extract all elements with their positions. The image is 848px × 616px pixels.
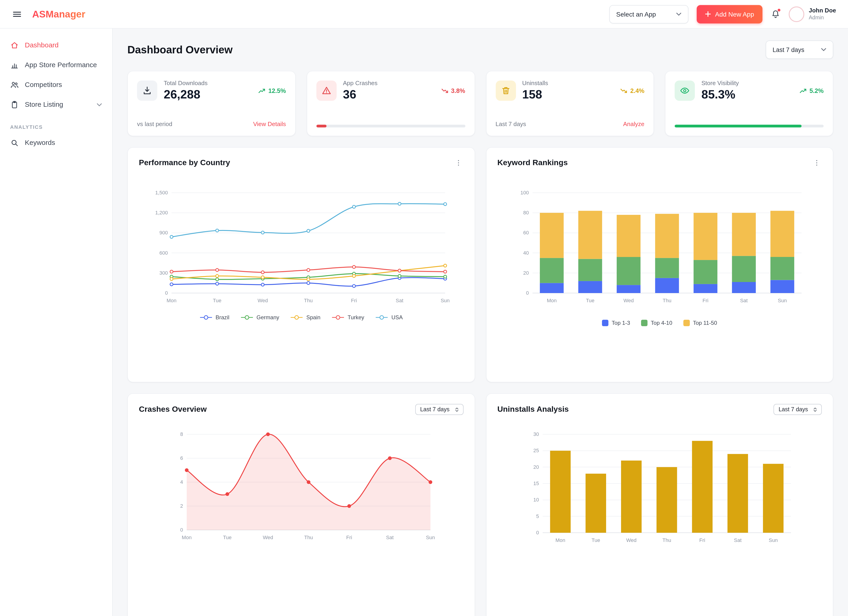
plus-icon — [705, 11, 711, 17]
stat-value: 26,288 — [164, 88, 208, 102]
user-menu[interactable]: John Doe Admin — [789, 6, 836, 22]
sidebar-section-analytics: ANALYTICS — [10, 124, 102, 130]
date-range-select[interactable]: Last 7 days — [766, 40, 833, 59]
svg-text:30: 30 — [534, 431, 539, 437]
legend-item[interactable]: USA — [375, 314, 403, 321]
legend-swatch — [683, 320, 690, 326]
keyword-rankings-card: Keyword Rankings 020406080100MonTueWedTh… — [486, 147, 833, 382]
stats-row: Total Downloads 26,288 12.5% vs last per… — [127, 71, 833, 136]
analyze-link[interactable]: Analyze — [623, 120, 645, 128]
svg-text:15: 15 — [534, 481, 539, 486]
legend-item[interactable]: Spain — [290, 314, 320, 321]
stat-value: 85.3% — [701, 88, 739, 102]
select-arrows-icon — [812, 407, 818, 413]
svg-text:10: 10 — [534, 497, 539, 503]
crashes-progress-fill — [316, 125, 327, 128]
svg-text:Sun: Sun — [778, 298, 787, 303]
crashes-range-select[interactable]: Last 7 days — [415, 404, 463, 415]
svg-text:0: 0 — [536, 530, 539, 536]
uninstalls-range-select[interactable]: Last 7 days — [774, 404, 822, 415]
trend-value: 5.2% — [809, 87, 824, 94]
svg-text:300: 300 — [160, 270, 168, 276]
chart-title: Performance by Country — [139, 158, 230, 168]
topbar: ASManager Select an App Add New App John… — [0, 0, 848, 28]
stat-card-app-crashes: App Crashes 36 3.8% — [307, 71, 475, 136]
notifications-button[interactable] — [771, 9, 780, 19]
sidebar-item-label: Competitors — [25, 80, 62, 89]
legend-item[interactable]: Top 4-10 — [641, 320, 672, 326]
svg-text:Wed: Wed — [262, 534, 273, 540]
legend-item[interactable]: Brazil — [200, 314, 230, 321]
charts-row-2: Crashes Overview Last 7 days 02468MonTue… — [127, 393, 833, 616]
svg-text:2: 2 — [180, 503, 183, 509]
crashes-range-value: Last 7 days — [420, 406, 449, 413]
sidebar-item-store-listing[interactable]: Store Listing — [6, 95, 107, 114]
svg-text:Thu: Thu — [304, 534, 313, 540]
chart-menu-button[interactable] — [453, 158, 463, 168]
sidebar-item-label: App Store Performance — [25, 61, 97, 70]
svg-text:Thu: Thu — [304, 298, 313, 303]
hamburger-icon — [12, 9, 22, 19]
trend-up-icon — [259, 88, 265, 94]
svg-text:0: 0 — [526, 290, 529, 296]
svg-text:Fri: Fri — [351, 298, 357, 303]
stat-card-uninstalls: Uninstalls 158 2.4% Last 7 days Analyze — [486, 71, 654, 136]
download-icon — [137, 80, 157, 101]
svg-text:Sun: Sun — [769, 537, 778, 543]
stat-card-store-visibility: Store Visibility 85.3% 5.2% — [665, 71, 833, 136]
svg-text:Mon: Mon — [182, 534, 191, 540]
svg-text:Thu: Thu — [663, 298, 672, 303]
svg-text:60: 60 — [523, 230, 529, 236]
legend-item[interactable]: Top 11-50 — [683, 320, 717, 326]
sidebar-item-dashboard[interactable]: Dashboard — [6, 36, 107, 55]
svg-text:20: 20 — [534, 464, 539, 470]
trend-down-icon — [621, 88, 627, 94]
add-new-app-label: Add New App — [715, 10, 754, 18]
add-new-app-button[interactable]: Add New App — [697, 5, 762, 23]
view-details-link[interactable]: View Details — [253, 120, 286, 128]
svg-text:Mon: Mon — [167, 298, 176, 303]
svg-text:Fri: Fri — [703, 298, 709, 303]
svg-text:Tue: Tue — [592, 537, 600, 543]
bar-chart-icon — [10, 61, 19, 70]
kebab-menu-icon — [812, 159, 821, 167]
legend-label: Germany — [256, 314, 279, 321]
sidebar-item-keywords[interactable]: Keywords — [6, 134, 107, 152]
crashes-overview-card: Crashes Overview Last 7 days 02468MonTue… — [127, 393, 475, 616]
visibility-progress-fill — [675, 125, 802, 128]
visibility-progress-track — [675, 125, 824, 128]
chart-menu-button[interactable] — [812, 158, 822, 168]
trend-badge: 3.8% — [441, 87, 465, 94]
svg-text:600: 600 — [160, 250, 168, 256]
legend-swatch — [641, 320, 648, 326]
stat-label: Total Downloads — [164, 80, 208, 86]
legend-item[interactable]: Germany — [240, 314, 279, 321]
keyword-rankings-chart: 020406080100MonTueWedThuFriSatSun — [511, 189, 808, 305]
stat-card-total-downloads: Total Downloads 26,288 12.5% vs last per… — [127, 71, 296, 136]
svg-text:Thu: Thu — [663, 537, 672, 543]
svg-text:1,200: 1,200 — [155, 210, 168, 215]
svg-text:Fri: Fri — [700, 537, 706, 543]
app-select[interactable]: Select an App — [609, 5, 688, 23]
kebab-menu-icon — [454, 159, 463, 167]
legend-item[interactable]: Turkey — [332, 314, 364, 321]
chart-title: Keyword Rankings — [497, 158, 568, 168]
legend-label: Top 11-50 — [693, 320, 717, 326]
main-content: Dashboard Overview Last 7 days Total Dow… — [113, 28, 848, 616]
crashes-progress-track — [316, 125, 466, 128]
svg-text:Wed: Wed — [623, 298, 634, 303]
sidebar-item-competitors[interactable]: Competitors — [6, 76, 107, 94]
legend-swatch — [602, 320, 608, 326]
users-icon — [10, 80, 19, 89]
menu-toggle-button[interactable] — [12, 9, 22, 19]
svg-text:1,500: 1,500 — [155, 190, 168, 196]
svg-text:900: 900 — [160, 230, 168, 236]
stat-label: Store Visibility — [701, 80, 739, 86]
svg-text:Sat: Sat — [740, 298, 747, 303]
legend-marker-icon — [240, 315, 254, 320]
legend-label: USA — [391, 314, 403, 321]
sidebar-item-app-store-performance[interactable]: App Store Performance — [6, 56, 107, 74]
legend-item[interactable]: Top 1-3 — [602, 320, 630, 326]
uninstalls-analysis-chart: 051015202530MonTueWedThuFriSatSun — [522, 430, 798, 545]
legend-label: Turkey — [348, 314, 364, 321]
